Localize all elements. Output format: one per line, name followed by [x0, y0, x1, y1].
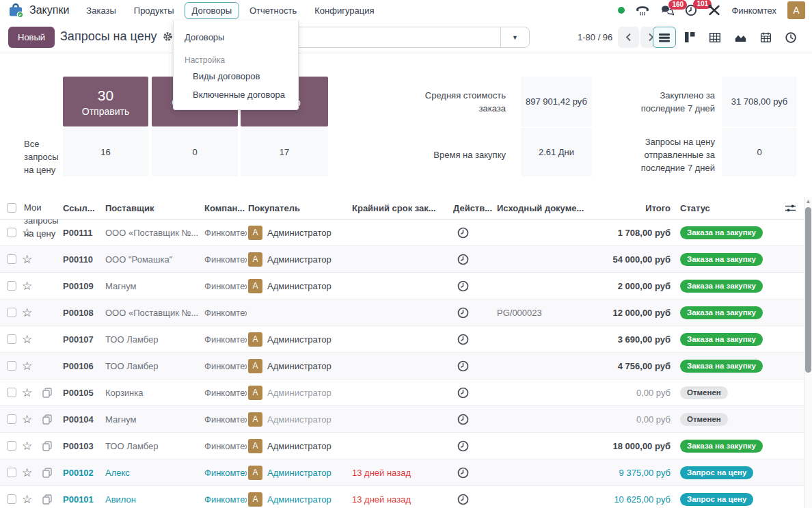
- activity-clock-icon[interactable]: [457, 467, 469, 479]
- header-reference[interactable]: Ссыл...: [62, 203, 104, 213]
- kpi-card[interactable]: 30 Отправить: [63, 77, 148, 126]
- graph-view-button[interactable]: [729, 27, 752, 48]
- favorite-star-icon[interactable]: ☆: [22, 360, 32, 372]
- header-activity[interactable]: Действ...: [452, 203, 496, 213]
- new-button[interactable]: Новый: [8, 27, 55, 48]
- activity-clock-icon[interactable]: [457, 440, 469, 452]
- messages-button[interactable]: 160: [660, 5, 674, 16]
- header-deadline[interactable]: Крайний срок зак...: [351, 203, 452, 213]
- nav-menu-item[interactable]: Заказы: [79, 2, 123, 19]
- row-total: 0,00 руб: [584, 388, 672, 398]
- favorite-star-icon[interactable]: ☆: [22, 440, 32, 452]
- nav-menu-item[interactable]: Продукты: [126, 2, 182, 19]
- scrollbar-up-arrow[interactable]: ▲: [804, 198, 812, 204]
- row-checkbox[interactable]: [7, 494, 16, 504]
- header-source[interactable]: Исходный докуме...: [496, 203, 584, 213]
- pager-previous-button[interactable]: [618, 27, 639, 48]
- activity-clock-icon[interactable]: [457, 334, 469, 345]
- header-total[interactable]: Итого: [584, 203, 672, 213]
- table-row[interactable]: ☆ P00111 ООО «Поставщик №... Финкомтех A…: [0, 219, 804, 246]
- activity-clock-icon[interactable]: [457, 227, 469, 239]
- table-row[interactable]: ☆ P00109 Магнум Финкомтех A Администрато…: [0, 273, 804, 299]
- dropdown-subitem[interactable]: Включенные договора: [174, 85, 298, 104]
- favorite-star-icon[interactable]: ☆: [22, 254, 32, 265]
- nav-menu-item[interactable]: Конфигурация: [307, 2, 381, 19]
- app-brand[interactable]: Закупки: [8, 3, 69, 18]
- activities-button[interactable]: 101: [685, 4, 697, 16]
- pager: 1-80 / 96: [578, 27, 662, 48]
- gear-icon[interactable]: [163, 31, 173, 42]
- activity-clock-icon[interactable]: [457, 414, 469, 425]
- status-badge: Заказа на закупку: [680, 360, 763, 373]
- row-checkbox[interactable]: [7, 441, 16, 451]
- company-switcher[interactable]: Финкомтех: [731, 5, 776, 16]
- kpi-card-my[interactable]: 16: [63, 128, 148, 176]
- header-buyer[interactable]: Покупатель: [247, 203, 351, 213]
- table-row[interactable]: ☆ P00110 ООО "Ромашка" Финкомтех A Админ…: [0, 246, 804, 273]
- row-company: Финкомтех: [203, 441, 247, 451]
- stat-value-card[interactable]: 897 901,42 руб: [521, 77, 592, 126]
- table-row[interactable]: ☆ P00105 Корзинка Финкомтех A Администра…: [0, 379, 804, 406]
- row-total: 18 000,00 руб: [584, 441, 672, 451]
- row-checkbox[interactable]: [7, 388, 16, 397]
- table-row[interactable]: ☆ P00101 Авилон Финкомтех A Администрато…: [0, 486, 804, 508]
- nav-menu-item[interactable]: Отчетность: [242, 2, 304, 19]
- table-row[interactable]: ☆ P00104 Магнум Финкомтех A Администрато…: [0, 406, 804, 433]
- row-checkbox[interactable]: [7, 254, 16, 264]
- stat-value-card[interactable]: 0: [722, 128, 797, 176]
- favorite-star-icon[interactable]: ☆: [22, 467, 32, 479]
- favorite-star-icon[interactable]: ☆: [22, 387, 32, 399]
- header-status[interactable]: Статус: [672, 203, 776, 213]
- table-row[interactable]: ☆ P00108 ООО «Поставщик №... Финкомтех A…: [0, 299, 804, 326]
- activity-clock-icon[interactable]: [457, 360, 469, 372]
- activity-view-button[interactable]: [779, 27, 802, 48]
- table-row[interactable]: ☆ P00102 Алекс Финкомтех A Администратор…: [0, 459, 804, 486]
- favorite-star-icon[interactable]: ☆: [22, 307, 32, 319]
- search-options-toggle[interactable]: ▼: [500, 27, 529, 47]
- table-row[interactable]: ☆ P00103 ТОО Ламбер Финкомтех A Админист…: [0, 433, 804, 459]
- column-settings-sliders-icon[interactable]: [785, 204, 796, 213]
- table-row[interactable]: ☆ P00106 ТОО Ламбер Финкомтех A Админист…: [0, 353, 804, 379]
- row-checkbox[interactable]: [7, 308, 16, 317]
- graph-view-icon: [735, 33, 746, 42]
- dropdown-item-contracts[interactable]: Договоры: [174, 27, 298, 47]
- row-checkbox[interactable]: [7, 414, 16, 424]
- voip-phone-button[interactable]: [636, 5, 649, 16]
- favorite-star-icon[interactable]: ☆: [22, 227, 32, 239]
- user-avatar[interactable]: A: [787, 1, 805, 19]
- stat-value-card[interactable]: 31 708,00 руб: [722, 77, 797, 126]
- nav-menu-item[interactable]: Договоры: [185, 2, 239, 19]
- row-checkbox[interactable]: [7, 334, 16, 344]
- row-checkbox[interactable]: [7, 228, 16, 237]
- buyer-name: Администратор: [267, 388, 331, 398]
- table-row[interactable]: ☆ P00107 ТОО Ламбер Финкомтех A Админист…: [0, 326, 804, 353]
- kpi-card-my[interactable]: 17: [241, 128, 328, 176]
- header-company[interactable]: Компан...: [203, 203, 247, 213]
- row-checkbox[interactable]: [7, 281, 16, 291]
- kanban-view-button[interactable]: [678, 27, 701, 48]
- header-supplier[interactable]: Поставщик: [104, 203, 203, 213]
- favorite-star-icon[interactable]: ☆: [22, 280, 32, 292]
- row-checkbox[interactable]: [7, 468, 16, 477]
- activity-clock-icon[interactable]: [457, 280, 469, 292]
- activity-clock-icon[interactable]: [457, 307, 469, 319]
- row-reference: P00110: [62, 254, 104, 265]
- calendar-view-button[interactable]: [754, 27, 777, 48]
- stat-label: Запросы на цену отправленные за последни…: [614, 135, 715, 174]
- favorite-star-icon[interactable]: ☆: [22, 334, 32, 345]
- favorite-star-icon[interactable]: ☆: [22, 494, 32, 505]
- activity-clock-icon[interactable]: [457, 494, 469, 505]
- activity-clock-icon[interactable]: [457, 387, 469, 399]
- favorite-star-icon[interactable]: ☆: [22, 414, 32, 425]
- tools-button[interactable]: [708, 5, 720, 16]
- stat-value-card[interactable]: 2.61 Дни: [521, 128, 592, 176]
- list-view-button[interactable]: [653, 27, 676, 48]
- row-checkbox[interactable]: [7, 361, 16, 371]
- row-supplier: ТОО Ламбер: [104, 334, 203, 345]
- select-all-checkbox[interactable]: [7, 203, 16, 213]
- kpi-card-my[interactable]: 0: [152, 128, 238, 176]
- activity-clock-icon[interactable]: [457, 254, 469, 265]
- scrollbar-thumb[interactable]: [805, 207, 811, 373]
- pivot-view-button[interactable]: [703, 27, 727, 48]
- dropdown-subitem[interactable]: Виды договоров: [174, 67, 298, 85]
